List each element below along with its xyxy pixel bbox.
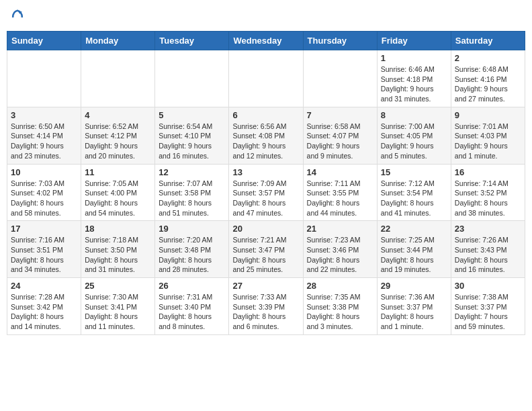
day-info: Sunrise: 7:03 AM Sunset: 4:02 PM Dayligh… [11, 179, 77, 218]
calendar-cell: 13Sunrise: 7:09 AM Sunset: 3:57 PM Dayli… [229, 164, 303, 221]
day-info: Sunrise: 6:52 AM Sunset: 4:12 PM Dayligh… [85, 122, 151, 161]
calendar-header-row: SundayMondayTuesdayWednesdayThursdayFrid… [7, 32, 525, 50]
day-info: Sunrise: 7:05 AM Sunset: 4:00 PM Dayligh… [85, 179, 151, 218]
day-number: 23 [455, 224, 521, 234]
day-info: Sunrise: 6:48 AM Sunset: 4:16 PM Dayligh… [455, 64, 521, 104]
calendar-cell: 23Sunrise: 7:26 AM Sunset: 3:43 PM Dayli… [451, 221, 525, 278]
calendar-cell: 11Sunrise: 7:05 AM Sunset: 4:00 PM Dayli… [81, 164, 155, 221]
day-number: 10 [11, 167, 77, 177]
calendar-cell: 9Sunrise: 7:01 AM Sunset: 4:03 PM Daylig… [451, 107, 525, 164]
day-info: Sunrise: 7:28 AM Sunset: 3:42 PM Dayligh… [11, 292, 77, 332]
day-number: 13 [232, 167, 299, 177]
day-number: 21 [307, 224, 373, 234]
day-number: 16 [455, 167, 521, 177]
day-info: Sunrise: 6:56 AM Sunset: 4:08 PM Dayligh… [232, 122, 299, 161]
day-header-monday: Monday [81, 32, 155, 50]
calendar-cell: 2Sunrise: 6:48 AM Sunset: 4:16 PM Daylig… [451, 50, 525, 107]
day-info: Sunrise: 6:46 AM Sunset: 4:18 PM Dayligh… [381, 64, 447, 104]
day-info: Sunrise: 7:09 AM Sunset: 3:57 PM Dayligh… [232, 179, 299, 218]
calendar-cell: 12Sunrise: 7:07 AM Sunset: 3:58 PM Dayli… [155, 164, 229, 221]
day-info: Sunrise: 7:16 AM Sunset: 3:51 PM Dayligh… [11, 235, 77, 275]
day-info: Sunrise: 7:07 AM Sunset: 3:58 PM Dayligh… [159, 179, 225, 218]
calendar-cell [303, 50, 377, 107]
day-number: 17 [11, 224, 77, 234]
day-number: 14 [307, 167, 373, 177]
logo-icon [11, 9, 24, 26]
day-header-saturday: Saturday [451, 32, 525, 50]
calendar-cell: 22Sunrise: 7:25 AM Sunset: 3:44 PM Dayli… [377, 221, 451, 278]
day-info: Sunrise: 7:36 AM Sunset: 3:37 PM Dayligh… [381, 292, 447, 332]
day-info: Sunrise: 7:12 AM Sunset: 3:54 PM Dayligh… [381, 179, 447, 218]
calendar-cell: 10Sunrise: 7:03 AM Sunset: 4:02 PM Dayli… [7, 164, 81, 221]
calendar-cell: 17Sunrise: 7:16 AM Sunset: 3:51 PM Dayli… [7, 221, 81, 278]
day-number: 6 [232, 110, 299, 120]
calendar-week-1: 1Sunrise: 6:46 AM Sunset: 4:18 PM Daylig… [7, 50, 525, 107]
day-header-thursday: Thursday [303, 32, 377, 50]
day-info: Sunrise: 7:38 AM Sunset: 3:37 PM Dayligh… [455, 292, 521, 332]
day-info: Sunrise: 7:31 AM Sunset: 3:40 PM Dayligh… [159, 292, 225, 332]
day-number: 12 [159, 167, 225, 177]
day-info: Sunrise: 7:30 AM Sunset: 3:41 PM Dayligh… [85, 292, 151, 332]
calendar-cell: 15Sunrise: 7:12 AM Sunset: 3:54 PM Dayli… [377, 164, 451, 221]
day-number: 20 [232, 224, 299, 234]
day-number: 4 [85, 110, 151, 120]
calendar-cell: 20Sunrise: 7:21 AM Sunset: 3:47 PM Dayli… [229, 221, 303, 278]
day-number: 25 [85, 281, 151, 291]
calendar-cell: 27Sunrise: 7:33 AM Sunset: 3:39 PM Dayli… [229, 278, 303, 335]
day-info: Sunrise: 6:50 AM Sunset: 4:14 PM Dayligh… [11, 122, 77, 161]
day-info: Sunrise: 7:33 AM Sunset: 3:39 PM Dayligh… [232, 292, 299, 332]
calendar: SundayMondayTuesdayWednesdayThursdayFrid… [7, 31, 525, 335]
calendar-cell: 26Sunrise: 7:31 AM Sunset: 3:40 PM Dayli… [155, 278, 229, 335]
day-number: 15 [381, 167, 447, 177]
day-number: 7 [307, 110, 373, 120]
day-info: Sunrise: 7:11 AM Sunset: 3:55 PM Dayligh… [307, 179, 373, 218]
day-info: Sunrise: 7:26 AM Sunset: 3:43 PM Dayligh… [455, 235, 521, 275]
day-info: Sunrise: 7:14 AM Sunset: 3:52 PM Dayligh… [455, 179, 521, 218]
day-info: Sunrise: 7:21 AM Sunset: 3:47 PM Dayligh… [232, 235, 299, 275]
day-info: Sunrise: 7:23 AM Sunset: 3:46 PM Dayligh… [307, 235, 373, 275]
day-number: 29 [381, 281, 447, 291]
calendar-cell [81, 50, 155, 107]
day-header-tuesday: Tuesday [155, 32, 229, 50]
calendar-cell: 14Sunrise: 7:11 AM Sunset: 3:55 PM Dayli… [303, 164, 377, 221]
day-number: 5 [159, 110, 225, 120]
calendar-cell: 4Sunrise: 6:52 AM Sunset: 4:12 PM Daylig… [81, 107, 155, 164]
day-number: 19 [159, 224, 225, 234]
calendar-cell: 30Sunrise: 7:38 AM Sunset: 3:37 PM Dayli… [451, 278, 525, 335]
logo [9, 9, 27, 26]
calendar-week-2: 3Sunrise: 6:50 AM Sunset: 4:14 PM Daylig… [7, 107, 525, 164]
day-number: 1 [381, 53, 447, 63]
day-info: Sunrise: 7:00 AM Sunset: 4:05 PM Dayligh… [381, 122, 447, 161]
calendar-cell [7, 50, 81, 107]
calendar-cell: 6Sunrise: 6:56 AM Sunset: 4:08 PM Daylig… [229, 107, 303, 164]
calendar-cell [229, 50, 303, 107]
day-number: 26 [159, 281, 225, 291]
day-number: 27 [232, 281, 299, 291]
day-info: Sunrise: 6:54 AM Sunset: 4:10 PM Dayligh… [159, 122, 225, 161]
calendar-week-5: 24Sunrise: 7:28 AM Sunset: 3:42 PM Dayli… [7, 278, 525, 335]
day-number: 18 [85, 224, 151, 234]
calendar-cell: 28Sunrise: 7:35 AM Sunset: 3:38 PM Dayli… [303, 278, 377, 335]
day-info: Sunrise: 7:20 AM Sunset: 3:48 PM Dayligh… [159, 235, 225, 275]
calendar-cell: 19Sunrise: 7:20 AM Sunset: 3:48 PM Dayli… [155, 221, 229, 278]
calendar-cell: 25Sunrise: 7:30 AM Sunset: 3:41 PM Dayli… [81, 278, 155, 335]
day-number: 2 [455, 53, 521, 63]
calendar-cell: 7Sunrise: 6:58 AM Sunset: 4:07 PM Daylig… [303, 107, 377, 164]
calendar-cell: 3Sunrise: 6:50 AM Sunset: 4:14 PM Daylig… [7, 107, 81, 164]
day-info: Sunrise: 7:01 AM Sunset: 4:03 PM Dayligh… [455, 122, 521, 161]
day-info: Sunrise: 7:25 AM Sunset: 3:44 PM Dayligh… [381, 235, 447, 275]
calendar-cell: 16Sunrise: 7:14 AM Sunset: 3:52 PM Dayli… [451, 164, 525, 221]
day-header-wednesday: Wednesday [229, 32, 303, 50]
calendar-cell: 21Sunrise: 7:23 AM Sunset: 3:46 PM Dayli… [303, 221, 377, 278]
calendar-cell: 29Sunrise: 7:36 AM Sunset: 3:37 PM Dayli… [377, 278, 451, 335]
day-number: 28 [307, 281, 373, 291]
calendar-cell: 1Sunrise: 6:46 AM Sunset: 4:18 PM Daylig… [377, 50, 451, 107]
day-number: 22 [381, 224, 447, 234]
day-info: Sunrise: 7:35 AM Sunset: 3:38 PM Dayligh… [307, 292, 373, 332]
day-number: 9 [455, 110, 521, 120]
calendar-cell: 24Sunrise: 7:28 AM Sunset: 3:42 PM Dayli… [7, 278, 81, 335]
calendar-cell [155, 50, 229, 107]
calendar-week-3: 10Sunrise: 7:03 AM Sunset: 4:02 PM Dayli… [7, 164, 525, 221]
day-number: 8 [381, 110, 447, 120]
day-header-sunday: Sunday [7, 32, 81, 50]
